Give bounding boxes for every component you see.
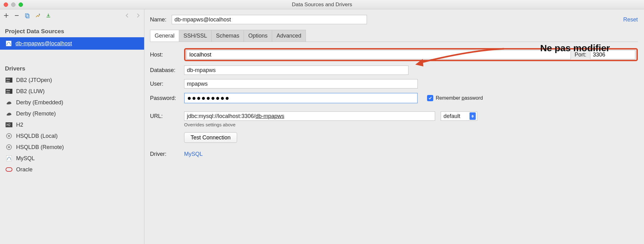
tab-general[interactable]: General [150, 30, 179, 42]
driver-label: Driver: [150, 151, 174, 157]
svg-rect-3 [46, 17, 50, 17]
driver-item-derby-remote[interactable]: Derby (Remote) [0, 108, 144, 119]
tab-advanced[interactable]: Advanced [272, 30, 306, 42]
driver-item-db2-jtopen[interactable]: IBMDB2 DB2 (JTOpen) [0, 75, 144, 86]
url-input[interactable]: jdbc:mysql://localhost:3306/db-mpapws [184, 111, 435, 121]
tab-ssh-ssl[interactable]: SSH/SSL [179, 30, 212, 42]
driver-label: DB2 (JTOpen) [16, 77, 52, 84]
derby-icon [6, 100, 12, 105]
chevron-updown-icon [470, 112, 476, 120]
svg-text:DB2: DB2 [6, 92, 10, 94]
svg-text:H2: H2 [7, 123, 11, 127]
driver-label: Oracle [16, 166, 33, 173]
drivers-header: Drivers [0, 59, 144, 75]
driver-label: HSQLDB (Remote) [16, 144, 64, 151]
add-icon[interactable] [3, 12, 9, 19]
url-hint: Overrides settings above [184, 122, 638, 127]
svg-point-16 [8, 146, 10, 148]
svg-text:DB2: DB2 [6, 81, 10, 83]
user-label: User: [150, 81, 184, 87]
content-pane: Name: Reset General SSH/SSL Schemas Opti… [144, 9, 644, 244]
forward-icon[interactable] [135, 12, 141, 19]
window-title: Data Sources and Drivers [0, 2, 644, 8]
import-icon[interactable] [45, 12, 51, 19]
host-input[interactable] [187, 50, 571, 59]
user-input[interactable] [184, 79, 418, 88]
remember-password-label: Remember password [436, 95, 483, 101]
database-label: Database: [150, 67, 184, 74]
sidebar: Project Data Sources db-mpapws@localhost… [0, 9, 144, 244]
mysql-icon [6, 156, 12, 161]
test-connection-button[interactable]: Test Connection [184, 132, 237, 143]
db2-icon: IBMDB2 [6, 77, 12, 83]
driver-label: HSQLDB (Local) [16, 133, 58, 139]
derby-icon [6, 111, 12, 116]
host-label: Host: [150, 52, 184, 58]
data-source-item[interactable]: db-mpapws@localhost [0, 37, 144, 50]
hsqldb-icon [6, 144, 12, 150]
svg-rect-0 [25, 14, 28, 17]
svg-rect-4 [6, 41, 11, 46]
driver-item-mysql[interactable]: MySQL [0, 153, 144, 164]
database-input[interactable] [184, 66, 408, 75]
svg-point-14 [8, 135, 10, 137]
svg-text:IBM: IBM [6, 78, 10, 80]
h2-icon: H2 [6, 122, 12, 128]
mysql-icon [6, 40, 12, 47]
password-label: Password: [150, 95, 184, 102]
close-window-button[interactable] [4, 2, 8, 7]
password-input[interactable] [184, 93, 418, 103]
remove-icon[interactable] [14, 12, 20, 19]
check-icon [427, 95, 433, 101]
name-label: Name: [150, 16, 172, 23]
driver-label: Derby (Remote) [16, 111, 56, 117]
copy-icon[interactable] [24, 12, 30, 19]
driver-item-hsqldb-remote[interactable]: HSQLDB (Remote) [0, 142, 144, 153]
reset-link[interactable]: Reset [623, 16, 638, 23]
data-source-label: db-mpapws@localhost [15, 40, 72, 47]
sidebar-toolbar [0, 9, 144, 22]
driver-link[interactable]: MySQL [184, 151, 203, 157]
project-data-sources-header: Project Data Sources [0, 22, 144, 37]
driver-label: Derby (Embedded) [16, 99, 63, 106]
svg-text:IBM: IBM [6, 89, 10, 92]
name-input[interactable] [172, 15, 367, 24]
minimize-window-button[interactable] [11, 2, 15, 7]
svg-rect-17 [6, 156, 12, 161]
driver-label: H2 [16, 122, 23, 128]
annotation-text: Ne pas modifier [540, 43, 610, 53]
tab-schemas[interactable]: Schemas [212, 30, 244, 42]
remember-password-checkbox[interactable]: Remember password [427, 95, 483, 101]
driver-label: DB2 (LUW) [16, 88, 45, 95]
svg-rect-1 [26, 15, 29, 18]
hsqldb-icon [6, 133, 12, 139]
driver-item-hsqldb-local[interactable]: HSQLDB (Local) [0, 130, 144, 142]
url-mode-select[interactable]: default [441, 111, 477, 121]
traffic-lights [4, 2, 23, 7]
oracle-icon [6, 167, 12, 172]
driver-item-h2[interactable]: H2 H2 [0, 119, 144, 130]
url-label: URL: [150, 113, 184, 120]
svg-point-2 [39, 14, 40, 15]
settings-icon[interactable] [35, 12, 41, 19]
driver-item-oracle[interactable]: Oracle [0, 164, 144, 175]
driver-item-db2-luw[interactable]: IBMDB2 DB2 (LUW) [0, 86, 144, 97]
tab-options[interactable]: Options [244, 30, 272, 42]
db2-icon: IBMDB2 [6, 88, 12, 94]
maximize-window-button[interactable] [19, 2, 23, 7]
driver-label: MySQL [16, 155, 35, 162]
driver-item-derby-embedded[interactable]: Derby (Embedded) [0, 97, 144, 108]
titlebar: Data Sources and Drivers [0, 0, 644, 9]
back-icon[interactable] [124, 12, 130, 19]
tabs: General SSH/SSL Schemas Options Advanced [150, 30, 638, 42]
svg-rect-18 [6, 168, 12, 171]
